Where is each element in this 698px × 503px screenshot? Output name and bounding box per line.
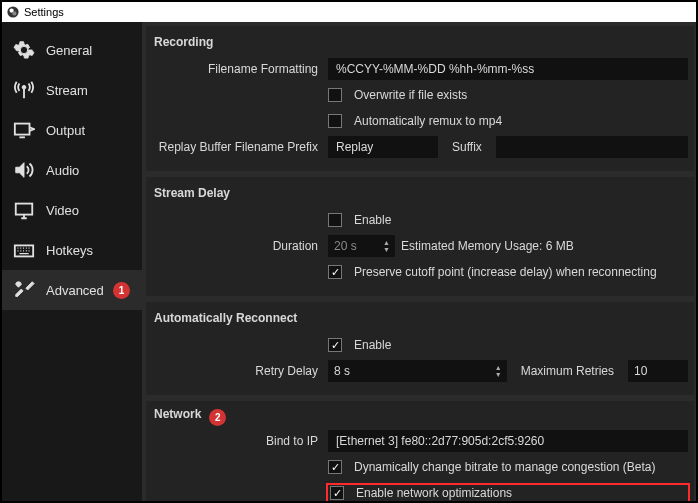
dynamic-bitrate-label: Dynamically change bitrate to manage con… <box>354 460 656 474</box>
memory-usage-label: Estimated Memory Usage: 6 MB <box>401 239 574 253</box>
sidebar-item-hotkeys[interactable]: Hotkeys <box>2 230 142 270</box>
remux-checkbox[interactable] <box>328 114 342 128</box>
sidebar-item-label: Audio <box>46 163 79 178</box>
sidebar-item-label: General <box>46 43 92 58</box>
sidebar-item-label: Output <box>46 123 85 138</box>
max-retries-spinbox[interactable] <box>628 360 688 382</box>
duration-label: Duration <box>154 239 328 253</box>
retry-delay-spinbox[interactable]: ▲▼ <box>328 360 507 382</box>
sidebar-item-output[interactable]: Output <box>2 110 142 150</box>
preserve-cutoff-label: Preserve cutoff point (increase delay) w… <box>354 265 657 279</box>
retry-delay-input[interactable] <box>328 364 495 378</box>
sidebar-item-label: Video <box>46 203 79 218</box>
replay-prefix-label: Replay Buffer Filename Prefix <box>154 140 328 154</box>
replay-prefix-input[interactable] <box>328 136 438 158</box>
section-recording: Recording Filename Formatting Overwrite … <box>146 26 694 171</box>
section-title: Network <box>154 407 201 427</box>
keyboard-icon <box>12 238 36 262</box>
section-title: Stream Delay <box>154 186 230 206</box>
sidebar-item-audio[interactable]: Audio <box>2 150 142 190</box>
remux-label: Automatically remux to mp4 <box>354 114 502 128</box>
stream-delay-enable-label: Enable <box>354 213 391 227</box>
annotation-badge: 2 <box>209 409 226 426</box>
sidebar-item-advanced[interactable]: Advanced 1 <box>2 270 142 310</box>
output-icon <box>12 118 36 142</box>
dynamic-bitrate-checkbox[interactable] <box>328 460 342 474</box>
overwrite-label: Overwrite if file exists <box>354 88 467 102</box>
tools-icon <box>12 278 36 302</box>
svg-point-3 <box>22 85 26 89</box>
svg-point-2 <box>12 11 16 15</box>
replay-suffix-input[interactable] <box>496 136 688 158</box>
broadcast-icon <box>12 78 36 102</box>
sidebar: General Stream Output Audio <box>2 22 142 501</box>
duration-spinbox[interactable]: ▲▼ <box>328 235 395 257</box>
sidebar-item-label: Advanced <box>46 283 104 298</box>
section-title: Recording <box>154 35 213 55</box>
section-stream-delay: Stream Delay Enable Duration ▲▼ <box>146 177 694 296</box>
section-auto-reconnect: Automatically Reconnect Enable Retry Del… <box>146 302 694 395</box>
sidebar-item-video[interactable]: Video <box>2 190 142 230</box>
spin-arrows-icon[interactable]: ▲▼ <box>495 364 507 378</box>
bind-ip-label: Bind to IP <box>154 434 328 448</box>
main-panel: Recording Filename Formatting Overwrite … <box>142 22 696 501</box>
app-icon <box>6 5 20 19</box>
filename-formatting-label: Filename Formatting <box>154 62 328 76</box>
annotation-badge: 1 <box>113 282 130 299</box>
sidebar-item-label: Stream <box>46 83 88 98</box>
duration-input[interactable] <box>328 239 383 253</box>
highlight-box: Enable network optimizations <box>326 483 690 501</box>
max-retries-input[interactable] <box>628 364 668 378</box>
section-network: Network 2 Bind to IP [Ethernet 3] fe80::… <box>146 401 694 501</box>
bind-ip-value: [Ethernet 3] fe80::2d77:905d:2cf5:9260 <box>336 434 544 448</box>
network-opts-label: Enable network optimizations <box>356 486 512 500</box>
sidebar-item-label: Hotkeys <box>46 243 93 258</box>
retry-delay-label: Retry Delay <box>154 364 328 378</box>
network-opts-checkbox[interactable] <box>330 486 344 500</box>
audio-icon <box>12 158 36 182</box>
reconnect-enable-checkbox[interactable] <box>328 338 342 352</box>
preserve-cutoff-checkbox[interactable] <box>328 265 342 279</box>
spin-arrows-icon[interactable]: ▲▼ <box>383 239 395 253</box>
section-title: Automatically Reconnect <box>154 311 297 331</box>
filename-formatting-input[interactable] <box>328 58 688 80</box>
max-retries-label: Maximum Retries <box>513 364 622 378</box>
sidebar-item-general[interactable]: General <box>2 30 142 70</box>
gear-icon <box>12 38 36 62</box>
reconnect-enable-label: Enable <box>354 338 391 352</box>
window-title: Settings <box>24 6 64 18</box>
video-icon <box>12 198 36 222</box>
svg-rect-5 <box>16 204 33 215</box>
suffix-label: Suffix <box>444 140 490 154</box>
sidebar-item-stream[interactable]: Stream <box>2 70 142 110</box>
svg-rect-4 <box>15 124 30 135</box>
bind-ip-combo[interactable]: [Ethernet 3] fe80::2d77:905d:2cf5:9260 <box>328 430 688 452</box>
overwrite-checkbox[interactable] <box>328 88 342 102</box>
stream-delay-enable-checkbox[interactable] <box>328 213 342 227</box>
